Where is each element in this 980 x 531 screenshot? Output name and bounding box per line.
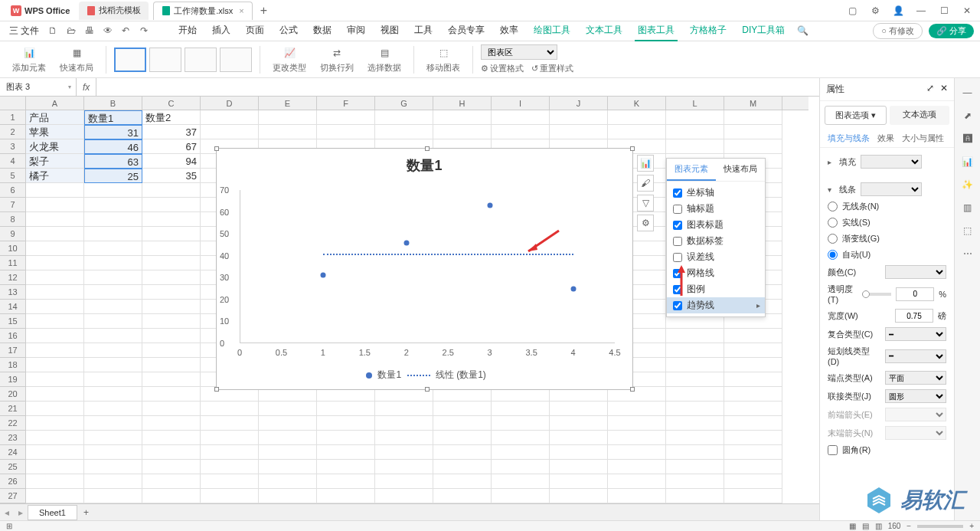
cell[interactable] bbox=[433, 125, 492, 139]
cell[interactable]: 数量2 bbox=[142, 110, 201, 125]
chart-legend[interactable]: 数量1 线性 (数量1) bbox=[217, 369, 632, 382]
menu-tab-4[interactable]: 数据 bbox=[310, 21, 335, 41]
cell[interactable] bbox=[84, 314, 142, 329]
window-box-icon[interactable]: ▢ bbox=[845, 4, 859, 18]
col-header[interactable]: L bbox=[666, 97, 724, 110]
row-header[interactable]: 27 bbox=[0, 489, 25, 503]
cell[interactable] bbox=[433, 474, 492, 489]
add-sheet-icon[interactable]: + bbox=[77, 507, 95, 518]
select-all-corner[interactable] bbox=[0, 97, 26, 110]
cell[interactable] bbox=[724, 343, 782, 358]
cell[interactable] bbox=[84, 489, 142, 503]
share-button[interactable]: 🔗 分享 bbox=[929, 24, 974, 38]
cell[interactable] bbox=[666, 416, 724, 431]
cell[interactable] bbox=[433, 402, 492, 416]
row-header[interactable]: 5 bbox=[0, 169, 25, 183]
cell[interactable] bbox=[142, 270, 201, 285]
cell[interactable] bbox=[666, 474, 724, 489]
file-menu[interactable]: 三 文件 bbox=[6, 21, 42, 41]
cell[interactable] bbox=[142, 285, 201, 300]
cell[interactable] bbox=[142, 300, 201, 314]
modified-badge[interactable]: ○ 有修改 bbox=[873, 23, 923, 39]
line-radio-0[interactable] bbox=[828, 202, 838, 211]
popup-item-1[interactable]: 轴标题 bbox=[667, 201, 765, 217]
cell[interactable] bbox=[550, 489, 608, 503]
row-header[interactable]: 3 bbox=[0, 139, 25, 154]
col-header[interactable]: G bbox=[375, 97, 433, 110]
cell[interactable] bbox=[724, 358, 782, 372]
cell[interactable] bbox=[259, 489, 317, 503]
change-type-button[interactable]: 📈 更改类型 bbox=[268, 45, 311, 74]
cell[interactable] bbox=[492, 125, 550, 139]
select-data-button[interactable]: ▤ 选择数据 bbox=[363, 45, 406, 74]
redo-icon[interactable]: ↷ bbox=[140, 25, 152, 38]
cell[interactable] bbox=[492, 445, 550, 460]
popup-checkbox[interactable] bbox=[673, 269, 682, 278]
popup-item-4[interactable]: 误差线 bbox=[667, 249, 765, 265]
cell[interactable] bbox=[142, 241, 201, 256]
cell[interactable] bbox=[724, 460, 782, 474]
zoom-level[interactable]: 160 bbox=[888, 522, 901, 530]
col-header[interactable]: D bbox=[201, 97, 259, 110]
cell[interactable]: 数量1 bbox=[84, 110, 142, 125]
line-radio-2[interactable] bbox=[828, 234, 838, 244]
menu-tab-8[interactable]: 会员专享 bbox=[445, 21, 488, 41]
cell[interactable] bbox=[666, 402, 724, 416]
compound-select[interactable]: ━ bbox=[885, 327, 946, 341]
cell[interactable] bbox=[201, 460, 259, 474]
cell[interactable] bbox=[84, 227, 142, 241]
row-header[interactable]: 23 bbox=[0, 431, 25, 445]
tab-template[interactable]: 找稻壳模板 bbox=[79, 2, 149, 20]
view-normal-icon[interactable]: ▦ bbox=[849, 522, 856, 530]
maximize-icon[interactable]: ☐ bbox=[937, 4, 951, 18]
row-header[interactable]: 26 bbox=[0, 474, 25, 489]
cell[interactable] bbox=[433, 489, 492, 503]
tab-chart-options[interactable]: 图表选项 ▾ bbox=[825, 106, 887, 125]
cell[interactable] bbox=[550, 431, 608, 445]
zoom-in-icon[interactable]: + bbox=[969, 522, 974, 530]
row-header[interactable]: 22 bbox=[0, 416, 25, 431]
add-tab[interactable]: + bbox=[254, 4, 273, 18]
add-element-button[interactable]: 📊 添加元素 bbox=[8, 45, 51, 74]
cell[interactable] bbox=[26, 372, 84, 387]
cell[interactable] bbox=[317, 110, 375, 125]
row-header[interactable]: 24 bbox=[0, 445, 25, 460]
cell[interactable] bbox=[317, 474, 375, 489]
zoom-slider[interactable] bbox=[917, 525, 963, 528]
view-layout-icon[interactable]: ▥ bbox=[875, 522, 882, 530]
popup-checkbox[interactable] bbox=[673, 205, 682, 214]
cell[interactable] bbox=[26, 489, 84, 503]
cell[interactable] bbox=[259, 431, 317, 445]
panel-expand-icon[interactable]: ⤢ bbox=[926, 83, 934, 96]
cell[interactable] bbox=[142, 358, 201, 372]
cell[interactable] bbox=[84, 212, 142, 227]
cell[interactable] bbox=[724, 445, 782, 460]
cell[interactable] bbox=[84, 387, 142, 402]
popup-tab-elements[interactable]: 图表元素 bbox=[667, 159, 716, 181]
cell[interactable] bbox=[26, 387, 84, 402]
undo-icon[interactable]: ↶ bbox=[122, 25, 134, 38]
col-header[interactable]: I bbox=[492, 97, 550, 110]
col-header[interactable]: K bbox=[608, 97, 666, 110]
menu-tab-1[interactable]: 插入 bbox=[209, 21, 234, 41]
menu-tab-12[interactable]: 图表工具 bbox=[635, 21, 678, 41]
subtab-effects[interactable]: 效果 bbox=[877, 133, 894, 144]
cell[interactable] bbox=[142, 416, 201, 431]
cell[interactable] bbox=[666, 329, 724, 343]
cell[interactable] bbox=[84, 285, 142, 300]
cell[interactable] bbox=[84, 431, 142, 445]
cell[interactable] bbox=[550, 474, 608, 489]
row-header[interactable]: 16 bbox=[0, 329, 25, 343]
chart-filter-icon[interactable]: ▽ bbox=[637, 195, 654, 211]
cell[interactable]: 梨子 bbox=[26, 154, 84, 169]
cell[interactable] bbox=[26, 460, 84, 474]
open-icon[interactable]: 🗁 bbox=[67, 25, 79, 38]
cell[interactable] bbox=[142, 372, 201, 387]
cell[interactable] bbox=[724, 387, 782, 402]
sheet-next-icon[interactable]: ▸ bbox=[14, 507, 28, 518]
minus-icon[interactable]: — bbox=[961, 86, 975, 100]
width-input[interactable] bbox=[895, 309, 933, 323]
menu-tab-0[interactable]: 开始 bbox=[175, 21, 200, 41]
cell[interactable] bbox=[724, 372, 782, 387]
row-header[interactable]: 1 bbox=[0, 110, 25, 125]
